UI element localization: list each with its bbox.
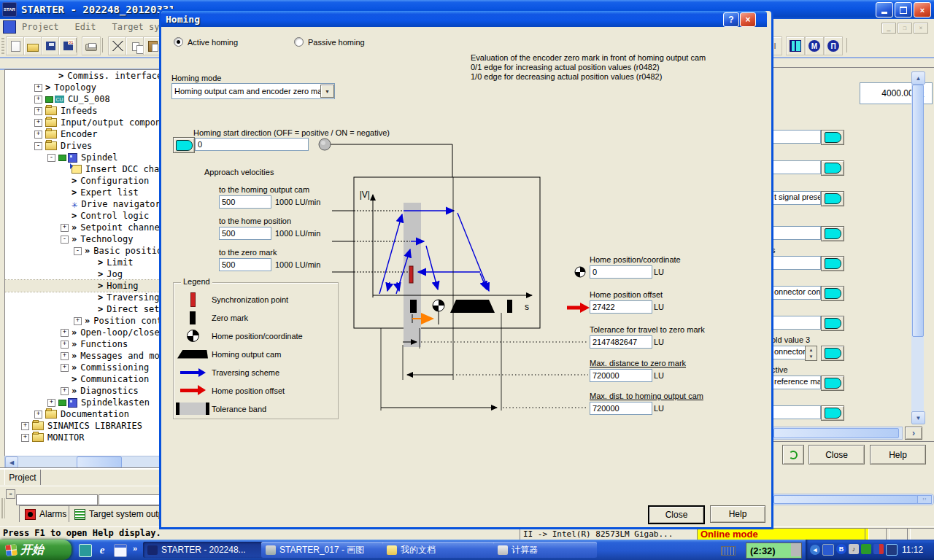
mdi-hscrollbar[interactable]: ∷ (771, 494, 934, 505)
tree-expander-icon[interactable]: + (34, 96, 42, 104)
tree-item-infeeds[interactable]: +Infeeds (5, 105, 163, 117)
tree-item-insert-dcc-chart[interactable]: Insert DCC chart (5, 163, 163, 175)
task-[interactable]: 计算器 (493, 542, 597, 558)
bico-parameter-button[interactable] (821, 191, 844, 206)
tab-alarms[interactable]: Alarms (19, 505, 72, 522)
start-button[interactable]: 开始 (0, 540, 72, 560)
mdi-hscroll-thumb[interactable] (773, 495, 918, 504)
dialog-close-icon-button[interactable]: × (740, 12, 756, 27)
tree-expander-icon[interactable]: + (34, 107, 42, 115)
task-starter-017[interactable]: STARTER_017 - 画图 (261, 542, 387, 558)
spinner-down-icon[interactable]: ▼ (806, 354, 817, 361)
tree-item-drive-navigator[interactable]: ✳Drive navigator (5, 198, 163, 210)
tree-item-cu-s-008[interactable]: +CUCU_S_008 (5, 93, 163, 105)
battery-icon[interactable] (873, 544, 884, 554)
tab-project[interactable]: Project (4, 469, 41, 485)
bico-parameter-button[interactable] (821, 286, 844, 301)
tree-item-communication[interactable]: >Communication (5, 373, 163, 385)
approach-input-to-the-home-position[interactable] (219, 227, 271, 240)
field-input-max-dist-to-homing-output-cam[interactable] (590, 402, 652, 415)
parameter-field[interactable]: onnector c (771, 346, 806, 359)
open-project-button[interactable] (23, 36, 42, 55)
tree-expander-icon[interactable]: + (34, 84, 42, 92)
bico-parameter-button[interactable] (821, 256, 844, 271)
start-direction-bico-button[interactable] (173, 137, 195, 153)
parameter-field[interactable] (771, 160, 821, 174)
parameter-field[interactable] (771, 316, 821, 330)
print-button[interactable] (82, 36, 101, 55)
tree-item-diagnostics[interactable]: +»Diagnostics (5, 385, 163, 397)
tree-item-control-logic[interactable]: >Control logic (5, 210, 163, 222)
menu-item-edit[interactable]: Edit (75, 22, 96, 32)
menu-item-project[interactable]: Project (22, 22, 59, 32)
field-input-max-distance-to-zero-mark[interactable] (590, 369, 652, 382)
tree-item-limit[interactable]: >Limit (5, 257, 163, 268)
restore-button[interactable] (895, 2, 912, 18)
tree-item-functions[interactable]: +»Functions (5, 338, 163, 350)
bico-parameter-button[interactable] (821, 160, 844, 176)
tree-expander-icon[interactable]: + (74, 317, 82, 325)
panel-close-button[interactable]: Close (808, 445, 865, 464)
motor-module-button[interactable]: M (805, 36, 824, 55)
network-icon[interactable] (822, 544, 834, 556)
mdi-restore-button[interactable]: ❒ (898, 23, 912, 34)
copy-button[interactable] (126, 36, 144, 55)
parameter-field[interactable]: t signal presen (771, 191, 821, 205)
tree-item-spindel[interactable]: -Spindel (5, 152, 163, 163)
save-to-target-button[interactable] (58, 36, 77, 55)
spinner-up-icon[interactable]: ▲ (806, 346, 817, 354)
ime-keyboard-icon[interactable] (721, 546, 736, 556)
value-spinner[interactable]: ▲▼ (805, 346, 817, 361)
tree-item-encoder[interactable]: +Encoder (5, 128, 163, 140)
hscroll-thumb[interactable] (773, 428, 899, 438)
scroll-up-icon[interactable]: ▲ (911, 71, 925, 85)
tree-hscroll-thumb[interactable] (77, 456, 122, 468)
bico-parameter-button[interactable] (821, 346, 844, 361)
tree-item-spindelkasten[interactable]: +Spindelkasten (5, 397, 163, 408)
hide-tray-icons-icon[interactable]: ◂ (810, 545, 820, 555)
tree-expander-icon[interactable]: + (21, 434, 29, 442)
bico-parameter-button[interactable] (821, 316, 844, 331)
show-desktop-icon[interactable] (114, 544, 127, 557)
dialog-help-button[interactable]: ? (723, 12, 739, 27)
vscroll-thumb[interactable] (912, 85, 924, 337)
tree-expander-icon[interactable]: + (61, 329, 69, 337)
tree-item-drives[interactable]: -Drives (5, 140, 163, 152)
dialog-help-text-button[interactable]: Help (710, 505, 765, 523)
approach-input-to-the-zero-mark[interactable] (219, 258, 271, 271)
task-[interactable]: 我的文档 (382, 542, 498, 558)
tree-item-position-cont[interactable]: +»Position cont (5, 315, 163, 327)
tree-expander-icon[interactable]: - (61, 236, 69, 244)
mdi-close-button[interactable]: × (914, 23, 928, 34)
tree-expander-icon[interactable]: + (34, 119, 42, 127)
tree-item-sinamics-libraries[interactable]: +SINAMICS LIBRARIES (5, 420, 163, 432)
tree-item-setpoint-channel[interactable]: +»Setpoint channel (5, 222, 163, 233)
parameter-field[interactable] (771, 405, 821, 419)
approach-input-to-the-homing-output-cam[interactable] (219, 195, 271, 209)
quicklaunch-more-icon[interactable]: » (133, 544, 137, 553)
tree-item-messages-and-mon[interactable]: +»Messages and mon (5, 350, 163, 362)
dialog-close-button[interactable]: Close (648, 505, 705, 524)
cut-button[interactable] (108, 36, 127, 55)
parameter-field[interactable] (771, 130, 821, 144)
tree-expander-icon[interactable]: + (61, 387, 69, 395)
scroll-right-button[interactable]: › (905, 427, 922, 440)
tree-item-monitor[interactable]: +MONITOR (5, 432, 163, 443)
scroll-left-icon[interactable]: ◀ (5, 456, 18, 468)
tree-expander-icon[interactable]: - (74, 247, 82, 255)
save-project-button[interactable] (41, 36, 60, 55)
parameter-field[interactable] (771, 256, 821, 270)
panel-grip[interactable] (1, 498, 5, 518)
panel-close-icon[interactable]: × (6, 489, 15, 499)
panel-help-button[interactable]: Help (870, 445, 926, 464)
pulse-button[interactable]: Π (824, 36, 843, 55)
tree-expander-icon[interactable]: - (34, 142, 42, 150)
tree-expander-icon[interactable]: + (47, 399, 55, 407)
tree-expander-icon[interactable]: + (61, 364, 69, 372)
scroll-down-icon[interactable]: ▼ (911, 411, 925, 424)
parameter-field[interactable]: reference mar (771, 376, 821, 389)
connection-icon[interactable] (861, 544, 871, 554)
parameter-field[interactable]: onnector conv (771, 286, 821, 300)
bico-parameter-button[interactable] (821, 226, 844, 241)
task-starter-202248[interactable]: STARTER - 202248... (143, 542, 266, 558)
